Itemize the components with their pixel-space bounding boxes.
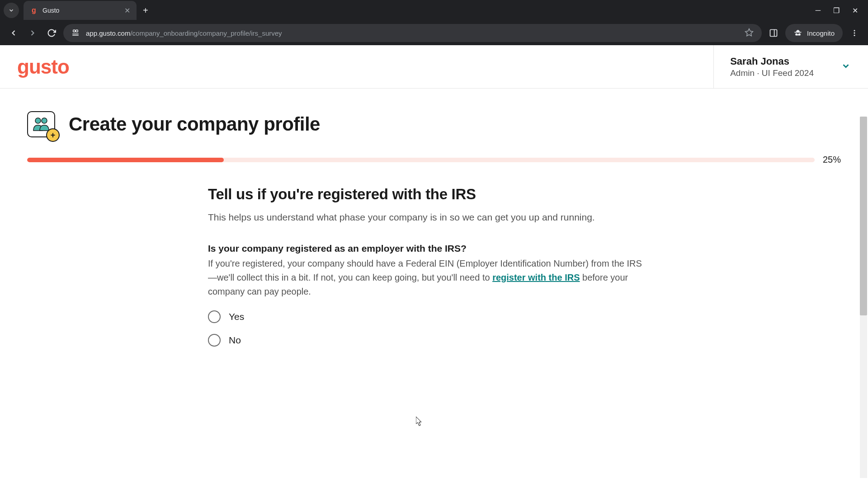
incognito-icon [793,28,802,38]
maximize-button[interactable]: ❐ [833,6,840,15]
radio-label: Yes [229,311,244,322]
question-help: If you're registered, your company shoul… [208,257,646,299]
radio-option-yes[interactable]: Yes [208,310,646,323]
question-label: Is your company registered as an employe… [208,243,646,254]
radio-circle [208,310,221,323]
incognito-badge[interactable]: Incognito [785,24,843,42]
section-title: Tell us if you're registered with the IR… [208,186,646,203]
radio-label: No [229,335,241,346]
svg-point-7 [854,30,855,31]
tab-bar: g Gusto ✕ + ─ ❐ ✕ [0,0,868,21]
star-icon [745,28,754,37]
user-menu[interactable]: Sarah Jonas Admin · UI Feed 2024 [713,45,851,88]
bookmark-button[interactable] [745,28,754,38]
arrow-left-icon [9,28,18,38]
incognito-label: Incognito [807,29,835,37]
progress-row: 25% [27,155,841,165]
radio-circle [208,334,221,347]
user-name: Sarah Jonas [730,56,814,67]
page-title: Create your company profile [69,113,320,135]
progress-label: 25% [823,155,841,165]
form-section: Tell us if you're registered with the IR… [208,186,646,347]
gusto-logo[interactable]: gusto [17,56,69,78]
gusto-favicon-icon: g [30,6,38,14]
svg-point-8 [854,33,855,34]
svg-rect-5 [770,30,777,37]
svg-point-10 [35,118,41,123]
url-input[interactable]: app.gusto.com/company_onboarding/company… [63,24,762,42]
progress-bar [27,158,815,162]
sidepanel-icon [769,28,778,38]
reload-button[interactable] [44,26,59,40]
progress-fill [27,158,224,162]
page-header: + Create your company profile [27,111,841,137]
user-menu-chevron [841,61,851,73]
new-tab-button[interactable]: + [143,5,148,16]
minimize-button[interactable]: ─ [816,6,821,14]
main-content: + Create your company profile 25% Tell u… [0,89,868,369]
people-icon [32,116,50,132]
chevron-down-icon [8,7,14,14]
arrow-right-icon [28,28,37,38]
section-description: This helps us understand what phase your… [208,210,646,225]
svg-point-9 [854,35,855,36]
site-settings-icon[interactable] [71,29,80,37]
browser-menu-button[interactable] [847,29,862,37]
close-tab-button[interactable]: ✕ [124,6,130,15]
address-bar: app.gusto.com/company_onboarding/company… [0,21,868,45]
tab-search-button[interactable] [4,3,19,18]
svg-marker-4 [745,28,753,36]
sidepanel-button[interactable] [766,26,781,40]
browser-tab[interactable]: g Gusto ✕ [24,1,137,20]
plus-badge-icon: + [46,128,60,142]
reload-icon [47,28,56,38]
app-header: gusto Sarah Jonas Admin · UI Feed 2024 [0,45,868,89]
svg-rect-1 [76,30,78,32]
url-text: app.gusto.com/company_onboarding/company… [86,29,738,37]
window-controls: ─ ❐ ✕ [816,0,868,21]
chevron-down-icon [841,61,851,71]
back-button[interactable] [6,26,21,40]
user-info: Sarah Jonas Admin · UI Feed 2024 [730,56,814,78]
user-role: Admin · UI Feed 2024 [730,68,814,78]
more-vertical-icon [850,29,859,37]
radio-option-no[interactable]: No [208,334,646,347]
register-irs-link[interactable]: register with the IRS [492,272,580,282]
radio-group: Yes No [208,310,646,347]
scrollbar-thumb[interactable] [860,117,867,315]
close-window-button[interactable]: ✕ [852,6,858,15]
tab-title: Gusto [42,7,120,14]
cursor-icon [416,417,423,427]
svg-point-11 [42,118,47,123]
browser-chrome: g Gusto ✕ + ─ ❐ ✕ app.gusto.com/company_… [0,0,868,45]
forward-button[interactable] [25,26,40,40]
company-profile-icon: + [27,111,55,137]
svg-rect-0 [73,30,75,32]
